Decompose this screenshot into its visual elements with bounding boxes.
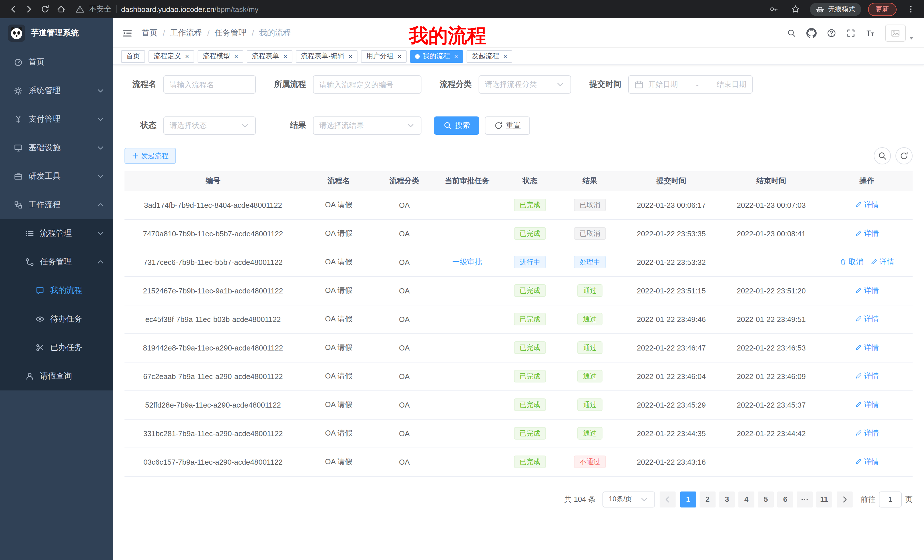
- detail-link[interactable]: 详情: [855, 228, 879, 239]
- column-header: 结束时间: [721, 171, 821, 191]
- sidebar-item-system-management[interactable]: 系统管理: [0, 76, 113, 105]
- page-button-1[interactable]: 1: [680, 491, 696, 507]
- tags-view-tab-4[interactable]: 流程表单-编辑×: [296, 50, 357, 63]
- sidebar-item-leave-query[interactable]: 请假查询: [0, 362, 113, 391]
- sidebar-item-task-management[interactable]: 任务管理: [0, 248, 113, 276]
- page-button-2[interactable]: 2: [700, 491, 716, 507]
- detail-link[interactable]: 详情: [855, 371, 879, 381]
- font-size-icon[interactable]: [866, 28, 875, 37]
- password-key-icon[interactable]: [766, 2, 781, 16]
- sidebar-item-infrastructure[interactable]: 基础设施: [0, 133, 113, 162]
- app-logo[interactable]: 芋道管理系统: [0, 18, 113, 48]
- tags-view-tab-0[interactable]: 首页: [121, 50, 145, 63]
- page-button-5[interactable]: 5: [758, 491, 774, 507]
- reset-button[interactable]: 重置: [485, 117, 530, 135]
- more-pages-button[interactable]: [796, 491, 813, 507]
- browser-menu-kebab-icon[interactable]: [903, 2, 918, 16]
- browser-reload-icon[interactable]: [38, 2, 52, 16]
- current-task-link[interactable]: 一级审批: [452, 257, 482, 267]
- bookmark-star-icon[interactable]: [788, 2, 803, 16]
- close-icon[interactable]: ×: [283, 53, 287, 60]
- browser-back-icon[interactable]: [6, 2, 21, 16]
- status-label: 状态: [124, 120, 156, 131]
- tags-view-tab-2[interactable]: 流程模型×: [198, 50, 243, 63]
- create-process-button[interactable]: 发起流程: [124, 148, 176, 164]
- user-avatar[interactable]: [885, 24, 915, 41]
- address-bar[interactable]: 不安全 dashboard.yudao.iocoder.cn/bpm/task/…: [75, 4, 765, 14]
- toggle-search-button[interactable]: [874, 147, 891, 165]
- cancel-link[interactable]: 取消: [840, 257, 864, 267]
- sidebar-item-process-management[interactable]: 流程管理: [0, 219, 113, 248]
- incognito-badge: 无痕模式: [810, 3, 861, 16]
- search-button[interactable]: 搜索: [434, 117, 479, 135]
- result-select[interactable]: 请选择流结果: [313, 117, 422, 135]
- page-button-11[interactable]: 11: [816, 491, 832, 507]
- page-button-3[interactable]: 3: [719, 491, 735, 507]
- sidebar-item-payment-management[interactable]: 支付管理: [0, 105, 113, 133]
- tags-view-tab-1[interactable]: 流程定义×: [148, 50, 194, 63]
- table-row: 3ad174fb-7b9d-11ec-8404-acde48001122OA 请…: [124, 191, 913, 219]
- fullscreen-icon[interactable]: [846, 28, 855, 37]
- prev-page-button[interactable]: [660, 491, 676, 507]
- result-tag: 通过: [578, 341, 603, 354]
- sidebar-item-todo-tasks[interactable]: 待办任务: [0, 305, 113, 333]
- page-button-6[interactable]: 6: [777, 491, 793, 507]
- browser-forward-icon[interactable]: [22, 2, 36, 16]
- status-select[interactable]: 请选择状态: [164, 117, 256, 135]
- date-range-picker[interactable]: 开始日期 - 结束日期: [628, 75, 753, 94]
- close-icon[interactable]: ×: [348, 53, 352, 60]
- breadcrumb-item[interactable]: 任务管理: [215, 28, 247, 38]
- cell-submit-time: 2022-01-22 23:46:47: [621, 333, 721, 362]
- breadcrumb-item[interactable]: 首页: [142, 28, 158, 38]
- close-icon[interactable]: ×: [234, 53, 238, 60]
- cell-actions: 详情: [821, 333, 913, 362]
- sidebar-item-done-tasks[interactable]: 已办任务: [0, 333, 113, 362]
- detail-link[interactable]: 详情: [855, 314, 879, 324]
- detail-link[interactable]: 详情: [855, 400, 879, 410]
- cell-status: 已完成: [501, 391, 558, 419]
- refresh-table-button[interactable]: [896, 147, 913, 165]
- breadcrumb-item[interactable]: 工作流程: [170, 28, 202, 38]
- cell-submit-time: 2022-01-23 00:06:17: [621, 191, 721, 219]
- tags-view-tab-5[interactable]: 用户分组×: [361, 50, 406, 63]
- close-icon[interactable]: ×: [503, 53, 507, 60]
- status-tag: 已完成: [514, 398, 546, 411]
- sidebar-item-workflow[interactable]: 工作流程: [0, 191, 113, 219]
- chevron-down-icon: [96, 172, 105, 181]
- browser-update-button[interactable]: 更新: [868, 3, 897, 16]
- detail-link[interactable]: 详情: [855, 428, 879, 439]
- user-icon: [25, 371, 34, 381]
- next-page-button[interactable]: [837, 491, 853, 507]
- category-select[interactable]: 请选择流程分类: [478, 75, 571, 94]
- detail-link[interactable]: 详情: [855, 343, 879, 353]
- page-size-select[interactable]: 10条/页: [603, 491, 655, 507]
- detail-link[interactable]: 详情: [855, 285, 879, 296]
- sidebar-item-label: 请假查询: [40, 371, 72, 381]
- table-toolbar: 发起流程: [124, 147, 913, 165]
- page-button-4[interactable]: 4: [738, 491, 754, 507]
- tags-view-tab-7[interactable]: 发起流程×: [466, 50, 512, 63]
- sidebar-toggle-icon[interactable]: [122, 28, 132, 38]
- cell-category: OA: [376, 448, 433, 476]
- process-definition-input[interactable]: [319, 80, 415, 89]
- cell-process-name: OA 请假: [302, 362, 376, 391]
- detail-link[interactable]: 详情: [870, 257, 894, 267]
- sidebar-item-label: 我的流程: [50, 285, 82, 296]
- help-icon[interactable]: [827, 28, 836, 37]
- sidebar-item-my-process[interactable]: 我的流程: [0, 276, 113, 305]
- sidebar-item-dev-tools[interactable]: 研发工具: [0, 162, 113, 191]
- process-name-input[interactable]: [170, 80, 249, 89]
- search-icon[interactable]: [787, 28, 796, 37]
- detail-link[interactable]: 详情: [855, 200, 879, 210]
- close-icon[interactable]: ×: [398, 53, 402, 60]
- goto-page-input[interactable]: [879, 491, 902, 507]
- github-icon[interactable]: [806, 28, 817, 38]
- close-icon[interactable]: ×: [454, 53, 458, 60]
- sidebar-item-home[interactable]: 首页: [0, 48, 113, 76]
- close-icon[interactable]: ×: [185, 53, 189, 60]
- breadcrumb: 首页/工作流程/任务管理/我的流程: [142, 28, 291, 38]
- tags-view-tab-6[interactable]: 我的流程×: [410, 50, 463, 63]
- tags-view-tab-3[interactable]: 流程表单×: [247, 50, 292, 63]
- browser-home-icon[interactable]: [54, 2, 69, 16]
- detail-link[interactable]: 详情: [855, 457, 879, 467]
